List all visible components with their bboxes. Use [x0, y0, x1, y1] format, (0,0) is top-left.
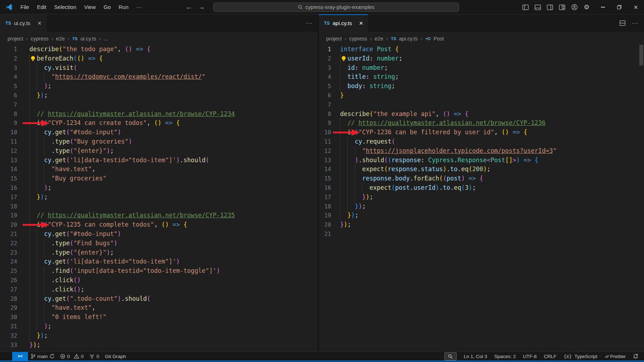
line-number[interactable]: 29 — [0, 303, 17, 313]
line-number[interactable]: 20 — [319, 220, 331, 230]
bell-notification-icon[interactable] — [633, 354, 638, 359]
code-line[interactable]: 25 .find('input[data-testid="todo-item-t… — [0, 266, 318, 276]
code-line[interactable]: 14 "have.text", — [0, 165, 318, 174]
line-number[interactable]: 5 — [0, 82, 17, 91]
line-number[interactable]: 21 — [0, 230, 17, 239]
line-number[interactable]: 11 — [319, 137, 331, 146]
tab-ui-cy-ts[interactable]: TS ui.cy.ts × — [0, 14, 47, 32]
code-line[interactable]: 29 "have.text", — [0, 303, 318, 313]
code-line[interactable]: 5 ); — [0, 82, 318, 91]
indentation-setting[interactable]: Spaces: 2 — [494, 354, 516, 359]
line-number[interactable]: 19 — [0, 211, 17, 220]
code-line[interactable]: 7 — [0, 100, 318, 110]
line-number[interactable]: 14 — [319, 165, 331, 174]
line-number[interactable]: 18 — [0, 202, 17, 211]
more-actions-icon[interactable]: ··· — [306, 20, 313, 26]
code-line[interactable]: 6} — [319, 91, 644, 100]
code-line[interactable]: 28 cy.get(".todo-count").should( — [0, 294, 318, 304]
line-number[interactable]: 17 — [0, 193, 17, 202]
code-line[interactable]: 32 }); — [0, 331, 318, 341]
line-number[interactable]: 13 — [319, 156, 331, 165]
line-number[interactable]: 2 — [319, 54, 331, 63]
code-line[interactable]: 27 .click(); — [0, 285, 318, 294]
line-number[interactable]: 6 — [319, 91, 331, 100]
breadcrumb-item[interactable]: cypress — [349, 36, 367, 42]
line-number[interactable]: 12 — [0, 146, 17, 156]
menu-edit[interactable]: Edit — [33, 3, 50, 11]
customize-layout-icon[interactable] — [559, 5, 565, 10]
scrollbar-thumb[interactable] — [639, 45, 643, 66]
settings-gear-icon[interactable]: ⚙ — [584, 4, 590, 10]
more-actions-icon[interactable]: ··· — [632, 20, 639, 26]
line-number[interactable]: 14 — [0, 165, 17, 174]
line-number[interactable]: 8 — [0, 110, 17, 119]
line-number[interactable]: 16 — [319, 183, 331, 193]
line-number[interactable]: 16 — [0, 183, 17, 193]
breadcrumb-item[interactable]: project — [8, 36, 23, 42]
ports-status[interactable]: 0 — [86, 352, 102, 361]
code-line[interactable]: 15 response.body.forEach((post) => { — [319, 174, 644, 183]
line-number[interactable]: 10 — [0, 128, 17, 137]
code-line[interactable]: 15 "Buy groceries" — [0, 174, 318, 183]
line-number[interactable]: 21 — [319, 230, 331, 239]
line-number[interactable]: 4 — [0, 72, 17, 82]
line-number[interactable]: 15 — [0, 174, 17, 183]
eol-setting[interactable]: CRLF — [544, 354, 557, 359]
code-line[interactable]: 24 cy.get('li[data-testid="todo-item"]') — [0, 257, 318, 266]
line-number[interactable]: 9 — [319, 119, 331, 128]
menu-overflow-ellipsis[interactable]: ··· — [133, 3, 146, 11]
code-line[interactable]: 13 ).should((response: Cypress.Response<… — [319, 156, 644, 165]
line-number[interactable]: 22 — [0, 239, 17, 248]
code-line[interactable]: 5 body: string; — [319, 82, 644, 91]
toggle-secondary-sidebar-icon[interactable] — [547, 5, 553, 10]
close-button[interactable]: × — [628, 0, 644, 14]
line-number[interactable]: 7 — [319, 100, 331, 110]
code-line[interactable]: 7 — [319, 100, 644, 110]
menu-run[interactable]: Run — [115, 3, 132, 11]
line-number[interactable]: 1 — [319, 45, 331, 54]
code-line[interactable]: 11 cy.request( — [319, 137, 644, 146]
code-line[interactable]: 14 expect(response.status).to.eq(200); — [319, 165, 644, 174]
line-number[interactable]: 5 — [319, 82, 331, 91]
breadcrumb-item[interactable]: Post — [434, 36, 444, 42]
line-number[interactable]: 1 — [0, 45, 17, 54]
minimize-button[interactable] — [595, 0, 611, 14]
menu-view[interactable]: View — [81, 3, 99, 11]
line-number[interactable]: 24 — [0, 257, 17, 266]
code-line[interactable]: 23 .type("{enter}"); — [0, 248, 318, 257]
tab-close-icon[interactable]: × — [38, 20, 42, 26]
toggle-panel-icon[interactable] — [535, 5, 541, 10]
line-number[interactable]: 27 — [0, 285, 17, 294]
code-line[interactable]: 17 }); — [319, 193, 644, 202]
code-line[interactable]: 10 cy.get("#todo-input") — [0, 128, 318, 137]
code-line[interactable]: 10 it("CYP-1236 can be filtered by user … — [319, 128, 644, 137]
lightbulb-icon[interactable] — [30, 55, 36, 62]
code-line[interactable]: 30 "0 items left!" — [0, 313, 318, 322]
account-icon[interactable] — [571, 4, 578, 10]
git-graph-button[interactable]: Git Graph — [102, 352, 129, 361]
breadcrumb-item[interactable]: cypress — [31, 36, 49, 42]
code-line[interactable]: 33}); — [0, 341, 318, 350]
problems-status[interactable]: 0 0 — [57, 352, 86, 361]
code-line[interactable]: 18 }); — [319, 202, 644, 211]
remote-indicator[interactable]: >< — [12, 352, 28, 361]
code-line[interactable]: 2 beforeEach(() => { — [0, 54, 318, 63]
split-editor-icon[interactable] — [620, 20, 625, 26]
line-number[interactable]: 15 — [319, 174, 331, 183]
tab-close-icon[interactable]: × — [359, 20, 363, 26]
breadcrumb-item[interactable]: api.cy.ts — [399, 36, 418, 42]
code-line[interactable]: 16 ); — [0, 183, 318, 193]
code-line[interactable]: 22 .type("Find bugs") — [0, 239, 318, 248]
menu-selection[interactable]: Selection — [51, 3, 80, 11]
breadcrumb-item[interactable]: ui.cy.ts — [80, 36, 96, 42]
line-number[interactable]: 32 — [0, 331, 17, 341]
line-number[interactable]: 28 — [0, 294, 17, 304]
breadcrumb-item[interactable]: ... — [104, 36, 108, 42]
formatter-status[interactable]: ✓✓Prettier — [605, 354, 626, 359]
line-number[interactable]: 9 — [0, 119, 17, 128]
code-editor-api-cy-ts[interactable]: 1interface Post {2 userId: number;3 id: … — [319, 45, 644, 352]
line-number[interactable]: 19 — [319, 211, 331, 220]
line-number[interactable]: 17 — [319, 193, 331, 202]
command-center-search[interactable]: cypress-xray-plugin-examples — [213, 3, 459, 12]
code-line[interactable]: 8describe("the example api", () => { — [319, 110, 644, 119]
